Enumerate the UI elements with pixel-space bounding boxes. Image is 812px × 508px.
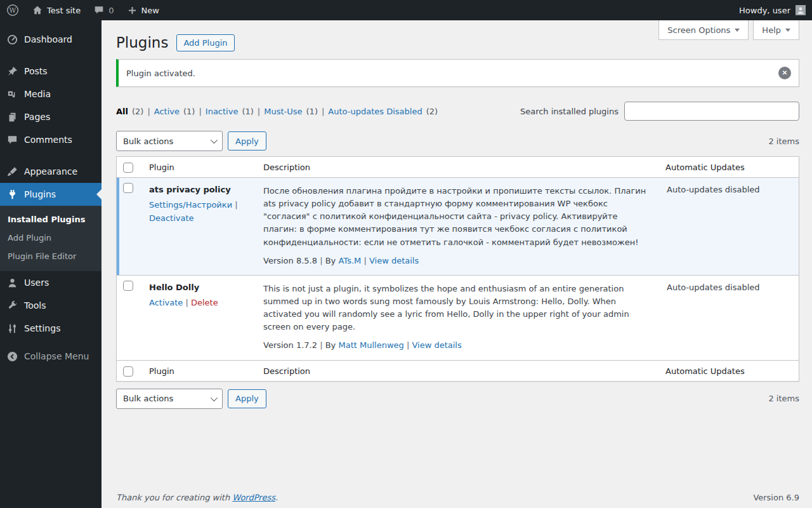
row-select-cell <box>117 276 144 360</box>
activation-notice: Plugin activated. <box>116 59 799 87</box>
row-checkbox[interactable] <box>123 183 133 193</box>
comments-bubble[interactable]: 0 <box>87 0 120 20</box>
admin-bar-right: Howdy, user <box>739 0 812 20</box>
view-details-link[interactable]: View details <box>369 256 419 265</box>
plugin-author-link[interactable]: Matt Mullenweg <box>338 340 403 350</box>
filter-separator: | <box>258 107 260 116</box>
by-label: By <box>325 256 336 265</box>
sidebar-item-dashboard[interactable]: Dashboard <box>0 28 102 51</box>
sidebar-item-label: Plugins <box>24 189 56 199</box>
help-label: Help <box>762 25 781 35</box>
filter-active-count: (1) <box>183 107 195 116</box>
activate-link[interactable]: Activate <box>149 298 183 307</box>
select-all-checkbox[interactable] <box>123 366 133 377</box>
table-footer-row: Plugin Description Automatic Updates <box>117 360 799 381</box>
deactivate-link[interactable]: Deactivate <box>149 213 194 223</box>
row-checkbox[interactable] <box>123 281 133 291</box>
new-content-menu[interactable]: New <box>121 0 166 20</box>
filter-all[interactable]: All <box>116 107 128 116</box>
items-count: 2 items <box>768 394 799 403</box>
user-avatar[interactable] <box>796 5 806 15</box>
by-label: By <box>325 340 336 350</box>
auto-updates-cell: Auto-updates disabled <box>660 178 799 275</box>
select-all-cell <box>117 361 144 381</box>
filter-separator: | <box>199 107 201 116</box>
dismiss-notice-icon[interactable] <box>778 67 791 79</box>
sidebar-item-label: Appearance <box>24 166 77 177</box>
apply-button[interactable]: Apply <box>228 389 266 408</box>
plugin-version: Version 1.7.2 <box>263 340 317 350</box>
tablenav-top: Bulk actions Apply 2 items <box>116 131 799 151</box>
search-input[interactable] <box>624 102 799 121</box>
chevron-down-icon <box>785 29 790 32</box>
plugin-description: This is not just a plugin, it symbolizes… <box>263 283 653 334</box>
sidebar-item-comments[interactable]: Comments <box>0 128 102 151</box>
meta-separator: | <box>320 256 322 265</box>
column-footer-plugin[interactable]: Plugin <box>144 361 258 381</box>
collapse-menu-label: Collapse Menu <box>24 351 89 361</box>
wordpress-menu[interactable]: W <box>0 0 25 20</box>
bulk-actions-select[interactable]: Bulk actions <box>116 131 223 151</box>
filter-must-use-count: (1) <box>306 107 318 116</box>
plugin-author-link[interactable]: ATs.M <box>338 256 361 265</box>
table-header-row: Plugin Description Automatic Updates <box>117 157 799 178</box>
screen-options-tab[interactable]: Screen Options <box>658 20 749 40</box>
howdy-greeting[interactable]: Howdy, user <box>739 6 790 15</box>
submenu-installed-plugins[interactable]: Installed Plugins <box>0 210 102 229</box>
submenu-plugin-file-editor[interactable]: Plugin File Editor <box>0 247 102 265</box>
plugin-version: Version 8.5.8 <box>263 256 317 265</box>
items-count: 2 items <box>768 137 799 146</box>
bulk-actions-select[interactable]: Bulk actions <box>116 389 223 409</box>
filter-auto-updates-disabled-count: (2) <box>426 107 438 116</box>
users-icon <box>6 276 18 289</box>
add-plugin-button[interactable]: Add Plugin <box>176 34 234 51</box>
wrench-icon <box>6 299 18 312</box>
site-name-label: Test site <box>47 6 81 15</box>
select-all-cell <box>117 157 144 177</box>
pushpin-icon <box>6 65 18 77</box>
plugins-table: Plugin Description Automatic Updates ats… <box>116 156 799 382</box>
column-header-plugin[interactable]: Plugin <box>144 157 258 177</box>
sidebar-item-label: Settings <box>24 323 60 333</box>
filter-auto-updates-disabled[interactable]: Auto-updates Disabled <box>328 107 422 116</box>
settings-link[interactable]: Settings/Настройки <box>149 200 232 210</box>
wordpress-logo-icon: W <box>6 4 19 17</box>
filter-inactive[interactable]: Inactive <box>206 107 239 116</box>
sidebar-item-settings[interactable]: Settings <box>0 317 102 340</box>
sidebar-item-plugins[interactable]: Plugins <box>0 183 102 206</box>
filter-must-use[interactable]: Must-Use <box>264 107 302 116</box>
chevron-down-icon <box>211 137 218 144</box>
select-all-checkbox[interactable] <box>123 163 133 173</box>
sidebar-item-media[interactable]: Media <box>0 83 102 105</box>
settings-sliders-icon <box>6 322 18 335</box>
wordpress-link[interactable]: WordPress <box>232 493 275 502</box>
sidebar-item-appearance[interactable]: Appearance <box>0 160 102 183</box>
comment-count: 0 <box>108 6 114 15</box>
footer-version: Version 6.9 <box>753 493 799 502</box>
collapse-arrow-icon <box>6 350 18 363</box>
sidebar-item-posts[interactable]: Posts <box>0 60 102 83</box>
sidebar-item-label: Comments <box>24 135 72 145</box>
home-icon <box>32 4 43 16</box>
site-name-link[interactable]: Test site <box>25 0 87 20</box>
help-tab[interactable]: Help <box>753 20 799 40</box>
column-header-description: Description <box>258 157 660 177</box>
pages-icon <box>6 110 18 123</box>
delete-link[interactable]: Delete <box>191 298 218 307</box>
bulk-actions-value: Bulk actions <box>123 137 173 146</box>
apply-button[interactable]: Apply <box>228 131 266 150</box>
collapse-menu-button[interactable]: Collapse Menu <box>0 345 102 368</box>
plugin-meta: Version 8.5.8 | By ATs.M | View details <box>263 255 653 267</box>
sidebar-item-label: Users <box>24 277 49 288</box>
plugin-meta: Version 1.7.2 | By Matt Mullenweg | View… <box>263 339 653 352</box>
bulk-actions-group: Bulk actions Apply <box>116 389 266 409</box>
sidebar-item-pages[interactable]: Pages <box>0 105 102 128</box>
bulk-actions-group: Bulk actions Apply <box>116 131 266 151</box>
sidebar-item-users[interactable]: Users <box>0 271 102 294</box>
view-details-link[interactable]: View details <box>412 340 461 350</box>
new-label: New <box>141 6 159 15</box>
submenu-add-plugin[interactable]: Add Plugin <box>0 229 102 247</box>
screen-meta-tabs: Screen Options Help <box>658 20 799 40</box>
sidebar-item-tools[interactable]: Tools <box>0 294 102 317</box>
filter-active[interactable]: Active <box>154 107 180 116</box>
